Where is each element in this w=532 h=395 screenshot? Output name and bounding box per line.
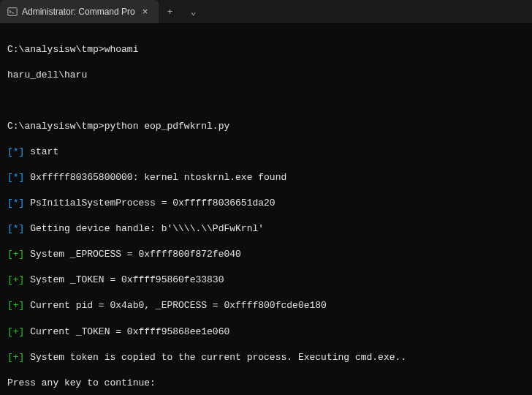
output-line: start	[30, 146, 58, 157]
plus-tag: [+]	[7, 326, 24, 337]
star-tag: [*]	[7, 172, 24, 183]
star-tag: [*]	[7, 146, 24, 157]
output-line: Current pid = 0x4ab0, _EPROCESS = 0xffff…	[30, 300, 327, 311]
output-line: PsInitialSystemProcess = 0xfffff8036651d…	[30, 198, 275, 208]
star-tag: [*]	[7, 198, 24, 208]
terminal-output[interactable]: C:\analysisw\tmp>whoami haru_dell\haru C…	[0, 24, 532, 395]
plus-tag: [+]	[7, 300, 24, 311]
plus-tag: [+]	[7, 249, 24, 260]
output-line: 0xfffff80365800000: kernel ntoskrnl.exe …	[30, 172, 286, 183]
command-text: python eop_pdfwkrnl.py	[104, 121, 230, 132]
output-line: System _EPROCESS = 0xffff800f872fe040	[30, 249, 241, 260]
tab-title: Administrator: Command Pro	[22, 7, 135, 17]
tab-active[interactable]: Administrator: Command Pro ×	[0, 0, 159, 23]
svg-rect-0	[8, 8, 17, 16]
output-line: Current _TOKEN = 0xffff95868ee1e060	[30, 326, 229, 337]
prompt: C:\analysisw\tmp>	[7, 121, 104, 132]
output-line: System token is copied to the current pr…	[30, 352, 406, 363]
output-line: haru_dell\haru	[7, 69, 525, 82]
window-titlebar: Administrator: Command Pro × + ⌄	[0, 0, 532, 24]
plus-tag: [+]	[7, 274, 24, 285]
terminal-icon	[7, 7, 18, 17]
star-tag: [*]	[7, 223, 24, 234]
new-tab-button[interactable]: +	[159, 0, 182, 23]
prompt: C:\analysisw\tmp>	[7, 44, 104, 55]
plus-tag: [+]	[7, 352, 24, 363]
tab-dropdown-button[interactable]: ⌄	[182, 0, 205, 23]
command-text: whoami	[104, 44, 139, 55]
output-line: Press any key to continue:	[7, 377, 525, 390]
output-line: System _TOKEN = 0xffff95860fe33830	[30, 274, 224, 285]
tab-close-button[interactable]: ×	[140, 6, 151, 18]
output-line: Getting device handle: b'\\\\.\\PdFwKrnl…	[30, 223, 264, 234]
